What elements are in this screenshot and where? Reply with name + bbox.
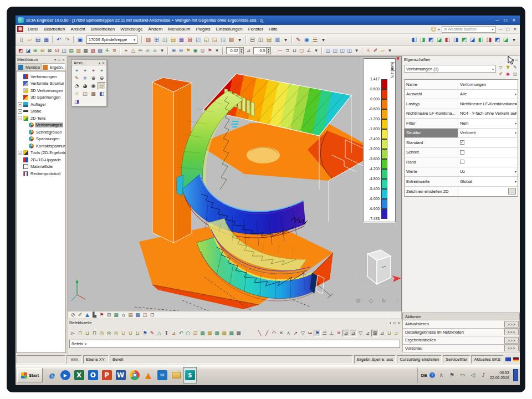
print-icon[interactable]: ⊟ [248,35,257,44]
result-tool-icon[interactable]: ⊡ [53,47,60,54]
clipboard-icon[interactable]: ◫ [346,47,353,54]
more-caret-icon[interactable]: ▾ [213,47,221,54]
spinner-arrows-icon[interactable]: ▲▼ [266,48,270,54]
expander-icon[interactable]: + [18,151,22,155]
snap-icon[interactable]: ⊐ [284,47,291,54]
property-value[interactable]: Nichtlineare LF-Kombinationen▾ [458,99,518,109]
line-icon[interactable]: ╱ [263,330,270,337]
property-value[interactable]: Global▾ [458,177,518,186]
circle-icon[interactable]: ○ [185,330,192,337]
tree-item-tools-2d-ergebnisse[interactable]: +Tools (2D-Ergebnisse) [17,150,65,157]
save-all-icon[interactable]: ▦ [42,35,50,44]
snap-grid-icon[interactable]: ☰ [321,330,328,337]
axis-icon[interactable]: ✛ [81,74,89,82]
link-icon[interactable]: ∞ [151,47,158,54]
excel-icon[interactable]: X [72,367,86,383]
folder-icon[interactable]: ▱ [379,47,386,54]
word-icon[interactable]: W [114,367,127,383]
expander-icon[interactable]: + [18,109,22,114]
tab-ergebn[interactable]: Ergebn...✕ [41,63,65,70]
layout-icon[interactable]: ◪ [468,35,477,44]
table-icon[interactable]: ▦ [221,330,228,337]
library-icon[interactable]: ▤ [169,35,177,44]
link-icon[interactable]: ∞ [144,47,151,54]
layout-icon[interactable]: ◩ [460,35,468,44]
zoom-out-icon[interactable]: ⊖ [98,74,106,82]
tree-item-rechenprotokoll[interactable]: Rechenprotokoll [17,170,65,177]
nav-rotate-ccw-icon[interactable]: ↺ [392,296,401,305]
close-button[interactable]: ✕ [510,18,518,23]
select-cursor-icon[interactable]: ▻ [69,330,76,337]
action-aktualisieren[interactable]: Aktualisieren>>> [402,320,520,329]
snap-angle-icon[interactable]: ⊿ [378,330,386,337]
panel-caret-icon[interactable]: ▾ [54,58,56,62]
checkbox-checked-icon[interactable]: ✓ [460,140,464,145]
snap-angle-icon[interactable]: ⊿ [364,330,371,337]
result-tool-icon[interactable]: ◪ [24,47,32,54]
expander-icon[interactable]: − [18,116,22,120]
tree-item-st-be[interactable]: +Stäbe [17,108,65,115]
spinner-arrows-icon[interactable]: ▲▼ [239,48,243,54]
clipboard-icon[interactable]: ◫ [324,47,331,54]
pad-icon[interactable]: ◎ [112,330,120,337]
navigation-cube[interactable] [357,250,401,287]
layout-icon[interactable]: ◩ [493,35,502,44]
tree-item-spannungen[interactable]: Spannungen [17,136,65,143]
table-icon[interactable]: ▦ [228,330,235,337]
command-input[interactable]: Befehl > [69,340,400,348]
menu-fenster[interactable]: Fenster [245,26,266,32]
window-icon[interactable]: ▣ [76,35,84,44]
project-dropdown[interactable]: 17059 Spindeltreppe ▾ [86,35,137,44]
palette-caret-icon[interactable]: ▾ [99,61,100,65]
expander-icon[interactable]: + [18,102,22,106]
view-x-icon[interactable]: ⌖ [73,66,81,74]
beam-icon[interactable]: ⊓ [91,330,98,337]
up-arrow-icon[interactable]: ∧ [437,371,446,380]
hatch-icon[interactable]: ▩ [134,311,141,319]
edit-icon[interactable]: ✎ [294,35,303,44]
project-data-icon[interactable]: ▨ [144,35,152,44]
annotate-icon[interactable]: ✐ [76,311,84,319]
layout-icon[interactable]: ◧ [477,35,485,44]
property-value[interactable]: Nein▾ [458,119,518,128]
action-more-button[interactable]: >>> [504,337,519,344]
save-icon[interactable]: ▤ [34,35,42,44]
scia-engineer-icon[interactable]: S [183,367,197,383]
tab-men-baum[interactable]: Menübaum [17,63,40,70]
dropdown-caret-icon[interactable]: ▾ [515,170,516,173]
nav-rotate-cw-icon[interactable]: ↻ [380,296,388,305]
more-caret-icon[interactable]: ▾ [319,35,328,44]
menu-bearbeiten[interactable]: Bearbeiten [41,26,68,32]
tree-item-kontaktspannungen[interactable]: Kontaktspannungen [17,142,65,150]
more-caret-icon[interactable]: ▾ [353,47,360,54]
preview-icon[interactable]: ◫ [257,35,265,44]
flag-icon[interactable]: ⚑ [206,47,213,54]
undo-icon[interactable]: ↶ [177,330,185,337]
zoom-fit-icon[interactable]: ◕ [81,82,89,90]
volume-icon[interactable]: ♪ [479,371,488,380]
section-icon[interactable]: ▲ [84,311,91,319]
property-value[interactable]: Alle▾ [458,90,518,99]
edit-icon[interactable]: ✎ [149,330,156,337]
slab-icon[interactable]: ⊔ [120,330,127,337]
menu-men-baum[interactable]: Menübaum [165,26,193,32]
language-indicator[interactable]: DE [421,373,427,378]
column-icon[interactable]: ◎ [105,330,112,337]
wall-icon[interactable]: ⊔ [134,330,141,337]
flag-icon[interactable]: ⚑ [141,330,149,337]
table-icon[interactable]: ▦ [213,330,221,337]
render-icon[interactable]: ◧ [98,90,106,98]
property-value[interactable]: ✓ [458,138,518,147]
property-value[interactable]: NC4 - Y-fach ohne Verkehr auf Decken▾ [458,109,518,119]
action-vorschau[interactable]: Vorschau>>> [402,345,520,353]
layout-icon[interactable]: ◩ [427,35,435,44]
panel-pin-icon[interactable]: ⊡ [58,58,60,62]
chrome-icon[interactable] [127,367,141,383]
table-icon[interactable]: ▦ [199,330,206,337]
angle-icon[interactable]: ∠ [305,47,313,54]
menu-datei[interactable]: Datei [25,26,41,32]
menu-ndern[interactable]: Ändern [146,26,166,32]
flag-icon[interactable]: ⚑ [98,311,105,319]
nav-zoom-icon[interactable]: ⊙ [354,296,362,305]
more-caret-icon[interactable]: ▾ [236,35,244,44]
